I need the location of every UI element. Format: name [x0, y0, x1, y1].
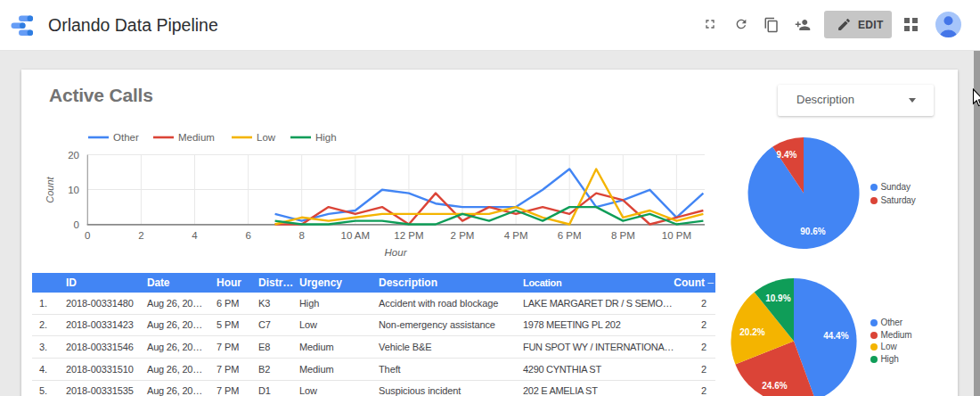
- svg-text:High: High: [315, 132, 337, 143]
- svg-text:0: 0: [85, 230, 90, 241]
- svg-text:20: 20: [68, 150, 79, 161]
- svg-text:8 PM: 8 PM: [611, 230, 635, 241]
- svg-text:Hour: Hour: [385, 247, 408, 258]
- svg-text:0: 0: [74, 219, 79, 230]
- svg-text:6 PM: 6 PM: [558, 230, 582, 241]
- svg-text:Low: Low: [257, 132, 276, 143]
- svg-text:Medium: Medium: [178, 132, 215, 143]
- svg-text:Other: Other: [113, 132, 139, 143]
- svg-text:2: 2: [138, 230, 143, 241]
- svg-text:4: 4: [192, 230, 198, 241]
- svg-text:90.6%: 90.6%: [800, 227, 825, 236]
- svg-text:Count: Count: [45, 176, 55, 202]
- svg-text:12 PM: 12 PM: [394, 230, 423, 241]
- svg-text:24.6%: 24.6%: [762, 381, 787, 391]
- svg-text:44.4%: 44.4%: [823, 331, 848, 341]
- svg-text:10 AM: 10 AM: [340, 230, 370, 241]
- svg-text:4 PM: 4 PM: [504, 230, 528, 241]
- svg-text:2 PM: 2 PM: [451, 230, 475, 241]
- svg-text:8: 8: [298, 230, 304, 241]
- svg-text:10: 10: [68, 185, 79, 195]
- svg-text:10 PM: 10 PM: [662, 230, 691, 241]
- svg-text:9.4%: 9.4%: [777, 150, 797, 160]
- svg-text:10.9%: 10.9%: [765, 293, 790, 303]
- svg-text:6: 6: [245, 230, 250, 241]
- svg-text:20.2%: 20.2%: [739, 327, 764, 337]
